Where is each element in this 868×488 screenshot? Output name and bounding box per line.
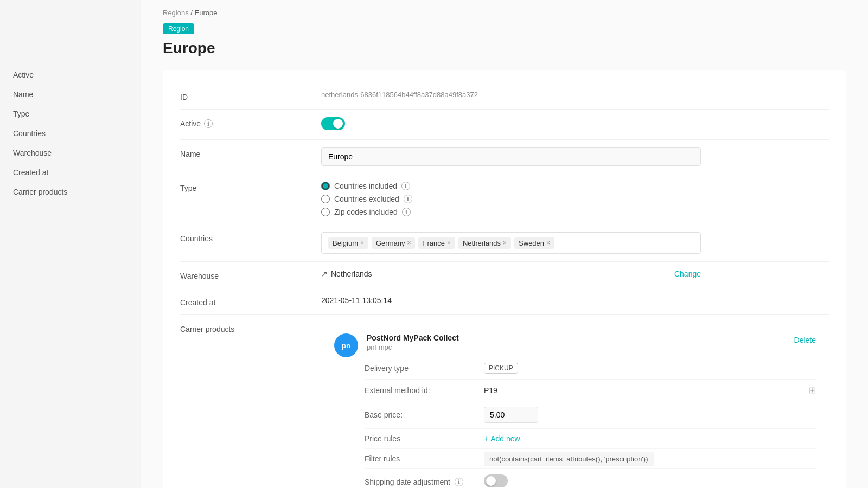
warehouse-link[interactable]: Netherlands — [331, 269, 372, 278]
countries-excluded-info-icon[interactable]: ℹ — [404, 195, 412, 203]
carrier-0-table-icon[interactable]: ⊞ — [809, 385, 816, 395]
type-radio-group: Countries included ℹ Countries excluded … — [321, 182, 829, 216]
plus-icon-0: + — [484, 434, 488, 443]
carrier-0-delivery-type-row: Delivery type PICKUP — [365, 357, 816, 380]
country-tag-france-remove[interactable]: × — [447, 239, 451, 247]
type-option-zip-codes-included[interactable]: Zip codes included ℹ — [321, 208, 829, 216]
name-input[interactable] — [321, 147, 701, 166]
carrier-0-filter-rules-label: Filter rules — [365, 454, 473, 463]
country-tag-netherlands: Netherlands × — [458, 237, 511, 249]
created-at-row: Created at 2021-05-11 13:05:14 — [180, 288, 829, 315]
countries-row: Countries Belgium × Germany × France — [180, 224, 829, 262]
country-tag-sweden: Sweden × — [514, 237, 554, 249]
carrier-products-label: Carrier products — [180, 323, 321, 333]
carrier-0-price-rules-value: + Add new — [484, 434, 816, 443]
sidebar-item-created-at[interactable]: Created at — [0, 163, 141, 182]
countries-included-info-icon[interactable]: ℹ — [401, 182, 410, 190]
active-toggle[interactable] — [321, 117, 345, 130]
zip-codes-info-icon[interactable]: ℹ — [402, 208, 411, 216]
sidebar: Active Name Type Countries Warehouse Cre… — [0, 0, 141, 488]
id-label: ID — [180, 91, 321, 101]
country-tag-belgium-remove[interactable]: × — [360, 239, 364, 247]
created-at-label: Created at — [180, 296, 321, 307]
sidebar-item-warehouse[interactable]: Warehouse — [0, 143, 141, 163]
carrier-0-logo: pn — [334, 333, 358, 357]
name-label: Name — [180, 147, 321, 158]
carrier-0-info: PostNord MyPack Collect pnl-mpc — [367, 333, 459, 351]
type-options-container: Countries included ℹ Countries excluded … — [321, 182, 829, 216]
name-field-container — [321, 147, 829, 166]
carrier-0-top: pn PostNord MyPack Collect pnl-mpc Delet… — [321, 323, 829, 357]
warehouse-link-row: ↗ Netherlands Change — [321, 269, 701, 278]
sidebar-item-type[interactable]: Type — [0, 104, 141, 124]
carrier-0-filter-rules-value: not(contains(cart_items_attributes(), 'p… — [484, 454, 816, 463]
form-section: ID netherlands-6836f118564b44ff8a37d88a4… — [163, 70, 846, 488]
carrier-0-name: PostNord MyPack Collect — [367, 333, 459, 342]
carrier-0-add-new-button[interactable]: + Add new — [484, 434, 520, 443]
carrier-0-shipping-date-label: Shipping date adjustment ℹ — [365, 478, 473, 486]
countries-container: Belgium × Germany × France × Netherlan — [321, 232, 829, 254]
carrier-products-row: Carrier products pn PostNord MyPack Coll… — [180, 315, 829, 488]
country-tag-france: France × — [418, 237, 455, 249]
countries-label: Countries — [180, 232, 321, 243]
breadcrumb-current: Europe — [195, 9, 218, 17]
id-row: ID netherlands-6836f118564b44ff8a37d88a4… — [180, 83, 829, 110]
active-info-icon[interactable]: ℹ — [204, 119, 213, 128]
warehouse-arrow-icon: ↗ — [321, 269, 328, 278]
name-row: Name — [180, 140, 829, 174]
active-toggle-container — [321, 117, 829, 132]
change-warehouse-button[interactable]: Change — [674, 269, 701, 278]
created-at-value: 2021-05-11 13:05:14 — [321, 296, 829, 305]
carrier-0-filter-rules-row: Filter rules not(contains(cart_items_att… — [365, 449, 816, 469]
carrier-0-shipping-date-toggle-container — [484, 474, 816, 488]
main-content: Regions / Europe Region Europe ID nether… — [141, 0, 868, 488]
carrier-0-price-rules-label: Price rules — [365, 434, 473, 443]
sidebar-item-carrier-products[interactable]: Carrier products — [0, 182, 141, 202]
country-tag-germany: Germany × — [372, 237, 415, 249]
carrier-0-shipping-date-row: Shipping date adjustment ℹ — [365, 469, 816, 488]
carrier-0-ext-method-value: P19 — [484, 386, 798, 395]
carrier-0-base-price-row: Base price: — [365, 401, 816, 429]
country-tags-container: Belgium × Germany × France × Netherlan — [321, 232, 701, 254]
country-tag-netherlands-remove[interactable]: × — [503, 239, 507, 247]
sidebar-item-name[interactable]: Name — [0, 85, 141, 104]
shipping-date-info-icon[interactable]: ℹ — [455, 478, 463, 486]
carrier-0-delivery-badge: PICKUP — [484, 363, 518, 374]
type-option-countries-included[interactable]: Countries included ℹ — [321, 182, 829, 190]
carrier-0-left: pn PostNord MyPack Collect pnl-mpc — [334, 333, 459, 357]
active-label: Active ℹ — [180, 117, 321, 128]
carrier-0-delivery-type-value: PICKUP — [484, 363, 816, 374]
carrier-0-shipping-date-toggle[interactable] — [484, 474, 508, 487]
carrier-0-price-rules-row: Price rules + Add new — [365, 429, 816, 449]
warehouse-label: Warehouse — [180, 269, 321, 280]
carrier-0-code: pnl-mpc — [367, 343, 459, 351]
carrier-0-base-price-input[interactable] — [484, 407, 538, 423]
id-value: netherlands-6836f118564b44ff8a37d88a49f8… — [321, 91, 829, 99]
carrier-0-base-price-label: Base price: — [365, 410, 473, 419]
carrier-0-delete-button[interactable]: Delete — [794, 333, 816, 344]
carrier-0-delivery-type-label: Delivery type — [365, 364, 473, 373]
active-row: Active ℹ — [180, 110, 829, 140]
country-tag-belgium: Belgium × — [328, 237, 368, 249]
carrier-0-details: Delivery type PICKUP External method id:… — [321, 357, 829, 488]
carrier-0-ext-method-row: External method id: P19 ⊞ — [365, 380, 816, 401]
region-badge: Region — [163, 23, 194, 34]
carrier-products-container: pn PostNord MyPack Collect pnl-mpc Delet… — [321, 323, 829, 488]
carrier-card-0: pn PostNord MyPack Collect pnl-mpc Delet… — [321, 323, 829, 488]
type-row: Type Countries included ℹ Countries excl… — [180, 174, 829, 224]
country-tag-sweden-remove[interactable]: × — [546, 239, 550, 247]
warehouse-container: ↗ Netherlands Change — [321, 269, 829, 278]
type-option-countries-excluded[interactable]: Countries excluded ℹ — [321, 195, 829, 203]
breadcrumb-parent[interactable]: Regions — [163, 9, 189, 17]
page-title: Europe — [163, 40, 846, 57]
warehouse-name-container: ↗ Netherlands — [321, 269, 372, 278]
warehouse-row: Warehouse ↗ Netherlands Change — [180, 262, 829, 288]
carrier-0-base-price-container — [484, 407, 816, 423]
sidebar-item-countries[interactable]: Countries — [0, 124, 141, 143]
breadcrumb: Regions / Europe — [163, 9, 846, 17]
country-tag-germany-remove[interactable]: × — [407, 239, 411, 247]
sidebar-item-active[interactable]: Active — [0, 65, 141, 85]
type-label: Type — [180, 182, 321, 192]
carrier-0-ext-method-label: External method id: — [365, 386, 473, 395]
